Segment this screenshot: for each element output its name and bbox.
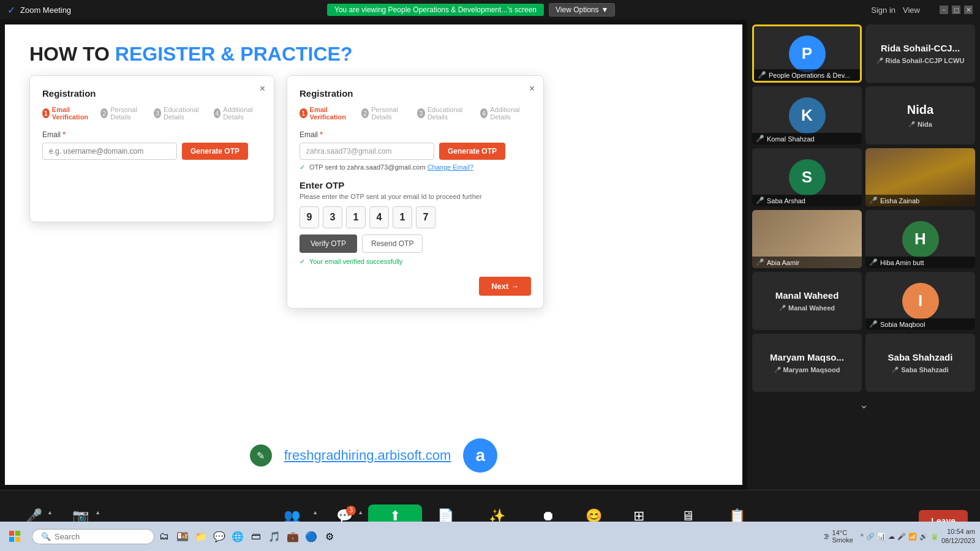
otp-sub: Please enter the OTP sent at your email …	[300, 193, 531, 200]
svg-rect-2	[9, 537, 14, 542]
participant-tile-rida: Rida Sohail-CCJ... 🎤 Rida Sohail-CCJP LC…	[865, 24, 975, 83]
dialog1-email-input[interactable]	[42, 143, 177, 160]
name-bar-komal: 🎤 Komal Shahzad	[752, 133, 862, 144]
dialog1-steps: 1 Email Verification 2 Personal Details …	[42, 106, 262, 121]
main-layout: HOW TO REGISTER & PRACTICE? × Registrati…	[0, 20, 980, 490]
start-button[interactable]	[5, 527, 24, 546]
dialog1-step-3: 3 Educational Details	[154, 106, 206, 121]
taskbar-search[interactable]: 🔍 Search	[32, 529, 154, 544]
dialog2-otp-sent: ✓ OTP sent to zahra.saad73@gmail.com Cha…	[300, 163, 531, 171]
mic-icon-komal: 🎤	[756, 135, 764, 143]
otp-digit-3[interactable]: 1	[346, 206, 366, 228]
dialog2-generate-otp-button[interactable]: Generate OTP	[439, 143, 505, 160]
close-button[interactable]: ✕	[964, 6, 973, 14]
participants-grid-row1: P 🎤 People Operations & Dev... Rida Soha…	[752, 24, 975, 83]
participant-tile-people-ops: P 🎤 People Operations & Dev...	[752, 24, 862, 83]
weather-widget: 🌫 14°C Smoke	[823, 529, 853, 544]
taskbar-icon-dev[interactable]: ⚙	[321, 528, 338, 545]
avatar-komal: K	[789, 97, 826, 134]
mic-icon-sobia: 🎤	[869, 320, 878, 328]
taskbar-icon-edge[interactable]: 🌐	[229, 528, 246, 545]
tray-icon-battery: 🔋	[930, 533, 939, 541]
taskbar-icon-zoom[interactable]: 🔵	[303, 528, 320, 545]
registration-dialog-1: × Registration 1 Email Verification 2 Pe…	[29, 75, 274, 222]
taskbar-icon-explorer[interactable]: 🗂	[156, 528, 173, 545]
mic-icon-eisha: 🎤	[869, 197, 878, 204]
dialog2-step-3: 3 Educational Details	[417, 106, 473, 121]
slide-url[interactable]: freshgradhiring.arbisoft.com	[284, 448, 451, 463]
slide-title: HOW TO REGISTER & PRACTICE?	[29, 43, 718, 66]
tray-icon-mic: 🎤	[897, 533, 906, 541]
dialog2-email-input[interactable]	[300, 143, 434, 160]
slide-footer: ✎ freshgradhiring.arbisoft.com a	[29, 438, 718, 473]
otp-boxes: 9 3 1 4 1 7	[300, 206, 531, 228]
tray-icon-volume: 🔊	[919, 533, 928, 541]
taskbar-icon-files[interactable]: 🗃	[247, 528, 265, 545]
next-button[interactable]: Next →	[479, 277, 531, 296]
participant-tile-saba-shahzadi: Saba Shahzadi 🎤 Saba Shahzadi	[865, 334, 975, 392]
chat-caret-icon[interactable]: ▲	[358, 509, 363, 515]
slide-title-colored: REGISTER & PRACTICE?	[115, 43, 353, 65]
svg-rect-0	[9, 531, 14, 536]
verify-otp-button[interactable]: Verify OTP	[300, 234, 357, 253]
taskbar-icon-chat-app[interactable]: 💬	[211, 528, 228, 545]
otp-section: Enter OTP Please enter the OTP sent at y…	[300, 180, 531, 266]
change-email-link[interactable]: Change Email?	[428, 163, 473, 171]
taskbar-icon-teams[interactable]: 💼	[284, 528, 301, 545]
dialog1-step-1: 1 Email Verification	[42, 106, 93, 121]
tray-icon-network: 🔗	[866, 533, 875, 541]
name-bar-saba-arshad: 🎤 Saba Arshad	[752, 195, 862, 206]
view-options-button[interactable]: View Options ▼	[549, 3, 615, 17]
edit-icon[interactable]: ✎	[250, 444, 272, 467]
dialog2-steps: 1 Email Verification 2 Personal Details …	[300, 106, 531, 121]
participant-tile-abia: 🎤 Abia Aamir	[752, 210, 862, 268]
video-caret-icon[interactable]: ▲	[95, 509, 100, 515]
minimize-button[interactable]: −	[940, 6, 948, 14]
weather-desc: Smoke	[832, 536, 853, 544]
taskbar-icon-food[interactable]: 🍱	[174, 528, 191, 545]
view-link[interactable]: View	[903, 6, 920, 15]
name-bar-people-ops: 🎤 People Operations & Dev...	[754, 69, 860, 81]
mic-off-icon-saba-s: 🎤	[892, 367, 899, 373]
name-bar-abia: 🎤 Abia Aamir	[752, 257, 862, 268]
dialog1-generate-otp-button[interactable]: Generate OTP	[182, 143, 248, 160]
scroll-down-button[interactable]: ⌄	[752, 395, 975, 414]
taskbar-icon-music[interactable]: 🎵	[266, 528, 283, 545]
unmute-caret-icon[interactable]: ▲	[47, 509, 53, 515]
taskbar-left	[5, 527, 24, 546]
taskbar-icon-folder[interactable]: 📁	[192, 528, 209, 545]
title-bar: ✓ Zoom Meeting You are viewing People Op…	[0, 0, 980, 20]
avatar-saba-arshad: S	[789, 159, 826, 196]
otp-digit-5[interactable]: 1	[393, 206, 412, 228]
check-icon: ✓	[300, 163, 305, 171]
participants-caret-icon[interactable]: ▲	[312, 509, 318, 515]
participant-tile-eisha: 🎤 Eisha Zainab	[865, 148, 975, 206]
slide-content: HOW TO REGISTER & PRACTICE? × Registrati…	[5, 24, 742, 485]
otp-digit-2[interactable]: 3	[323, 206, 342, 228]
otp-digit-4[interactable]: 4	[369, 206, 389, 228]
email-verified-msg: ✓ Your email verified successfully	[300, 258, 531, 266]
mic-icon-hiba: 🎤	[869, 258, 878, 266]
taskbar-right: 🌫 14°C Smoke ^ 🔗 📊 ☁ 🎤 📶 🔊 🔋 10:54 am 08…	[823, 527, 975, 546]
arbi-logo: a	[463, 438, 497, 473]
dialogs-container: × Registration 1 Email Verification 2 Pe…	[29, 75, 718, 432]
otp-digit-1[interactable]: 9	[300, 206, 319, 228]
tray-icon-1: ^	[861, 533, 864, 540]
weather-temp: 14°C	[832, 529, 853, 536]
participants-grid-row5: Manal Waheed 🎤 Manal Waheed I 🎤 Sobia Ma…	[752, 272, 975, 330]
otp-digit-6[interactable]: 7	[416, 206, 435, 228]
dialog2-email-label: Email *	[300, 130, 531, 139]
avatar-people-ops: P	[789, 36, 826, 72]
resend-otp-button[interactable]: Resend OTP	[362, 234, 423, 253]
weather-icon: 🌫	[823, 533, 830, 540]
dialog1-close-button[interactable]: ×	[260, 83, 265, 94]
mic-icon-people-ops: 🎤	[758, 71, 766, 79]
participants-grid-row6: Maryam Maqso... 🎤 Maryam Maqsood Saba Sh…	[752, 334, 975, 392]
participant-tile-nida: Nida 🎤 Nida	[865, 86, 975, 144]
participants-panel: P 🎤 People Operations & Dev... Rida Soha…	[747, 20, 980, 490]
sign-in-link[interactable]: Sign in	[871, 6, 895, 15]
registration-dialog-2: × Registration 1 Email Verification 2 Pe…	[287, 75, 544, 309]
avatar-sobia: I	[902, 283, 939, 320]
maximize-button[interactable]: ◻	[952, 6, 960, 14]
dialog2-close-button[interactable]: ×	[529, 83, 535, 94]
